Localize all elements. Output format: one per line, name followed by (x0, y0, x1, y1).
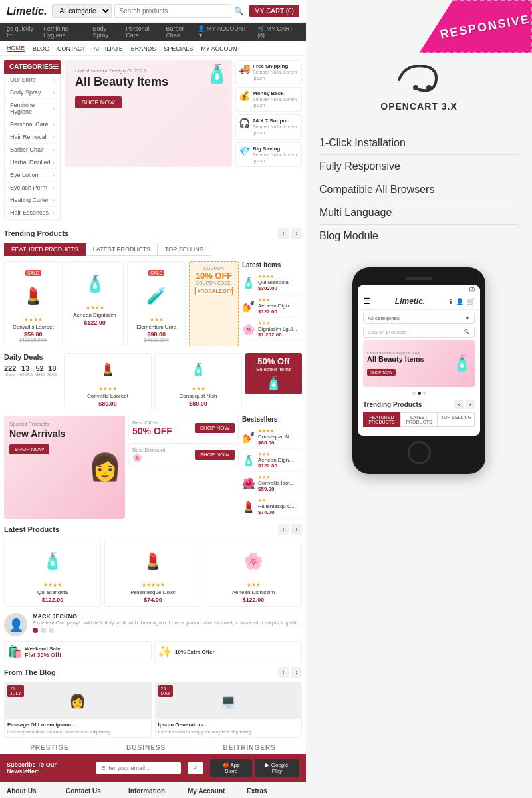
phone-info-icon[interactable]: ℹ (450, 298, 452, 305)
phone-tab-latest[interactable]: LATEST PRODUCTS (400, 412, 438, 427)
blog-post-img-2: 26MAY 💻 (156, 682, 302, 719)
new-arrivals-shop-button[interactable]: SHOP NOW (9, 444, 49, 454)
sidebar-item-bodyspray[interactable]: Body Spray› (5, 86, 60, 99)
trending-tabs: FEATURED PRODUCTS LATEST PRODUCTS TOP SE… (4, 243, 302, 256)
extra-offer-title: 10% Extra Offer (175, 649, 215, 655)
deal-price-1: $80.00 (67, 400, 148, 407)
nav-account[interactable]: MY ACCOUNT (201, 45, 241, 52)
trending-prev-button[interactable]: ‹ (278, 228, 289, 239)
footer-extras-title: Extras (247, 787, 299, 795)
sidebar-item-herbal[interactable]: Herbal Distilled› (5, 156, 60, 169)
latest-product-img-2: 💄 (108, 543, 198, 579)
googleplay-button[interactable]: ▶ Google Play (255, 759, 299, 777)
phone-hero-text: Latest Interior Design Of 2019 All Beaut… (367, 351, 424, 376)
latest-products-grid: 🧴 ★★★★ Qui Blanditta $122.00 💄 ★★★★★ Pel… (4, 539, 302, 607)
appstore-button[interactable]: 🍎 App Store (210, 759, 252, 777)
bestseller-info-1: ★★★★ Consequat N... $60.00 (258, 428, 293, 446)
promo-link-4[interactable]: Barber Chair (166, 25, 198, 39)
blog-next-button[interactable]: › (291, 667, 302, 678)
nav-affiliate[interactable]: AFFILIATE (94, 45, 123, 52)
promo-link-go: go quickly to: (7, 25, 39, 39)
phone-hero-button[interactable]: SHOP NOW (367, 369, 396, 376)
sidebar-item-hair[interactable]: Hair Removal› (5, 131, 60, 144)
phone-trend-next[interactable]: › (466, 400, 475, 409)
sidebar-item-ourstore[interactable]: Our Store› (5, 74, 60, 86)
newsletter-submit-button[interactable]: ✓ (188, 762, 203, 774)
footer-account-col: My Account Brands Gift Certificates Affi… (188, 787, 240, 798)
search-bar: All categories 🔍 (52, 4, 243, 18)
sidebar-item-eyelash[interactable]: Eyelash Perm› (5, 182, 60, 194)
best-discount-item: Best Discount 🌸 SHOP NOW (128, 443, 239, 466)
trending-next-button[interactable]: › (291, 228, 302, 239)
best-offers-discount: 50% OFF (132, 426, 172, 436)
sidebar-item-barber[interactable]: Barber Chair› (5, 144, 60, 156)
phone-dot-2[interactable] (418, 392, 421, 395)
countdown: 222 Days 13 HOURS 52 MINS 18 SECS (4, 364, 61, 376)
promo-link-3[interactable]: Personal Care (126, 25, 162, 39)
trending-nav: ‹ › (278, 228, 302, 239)
nav-brands[interactable]: BRANDS (131, 45, 156, 52)
sidebar-item-heating[interactable]: Heating Curler› (5, 194, 60, 207)
hamburger-icon[interactable]: ☰ (363, 297, 370, 306)
tab-latest[interactable]: LATEST PRODUCTS (86, 243, 158, 256)
latest-item-1: 🧴 ★★★★ Qui Blanditta $302.00 (242, 271, 302, 295)
phone-category-select[interactable]: All categories ▼ (363, 313, 475, 324)
account-link[interactable]: 👤 MY ACCOUNT ▼ (198, 25, 251, 39)
nav-blog[interactable]: BLOG (33, 45, 49, 52)
hero-shop-now-button[interactable]: SHOP NOW (75, 96, 122, 108)
phone-cart-icon[interactable]: 🛒 (467, 298, 475, 305)
latest-products-header: Latest Products ‹ › (4, 524, 302, 535)
sidebar-item-eye[interactable]: Eye Lotion› (5, 169, 60, 182)
promo-link-1[interactable]: Feminine Hygiene (43, 25, 88, 39)
phone-tab-featured[interactable]: FEATURED PRODUCTS (363, 412, 400, 427)
best-discount-shop-button[interactable]: SHOP NOW (195, 450, 235, 460)
cart-button[interactable]: MY CART (0) (249, 5, 299, 17)
phone-logo: Limetic. (395, 297, 425, 306)
phone-home-button[interactable] (408, 441, 431, 464)
search-input[interactable] (114, 4, 231, 18)
phone-dot-1[interactable] (412, 392, 416, 395)
nav-specials[interactable]: SPECIALS (164, 45, 193, 52)
blog-prev-button[interactable]: ‹ (278, 667, 289, 678)
feature-installation: 1-Click Installation (319, 132, 519, 155)
category-select[interactable]: All categories (52, 4, 112, 18)
feature-money-desc: Semper Nulla. Lorem ipsum (253, 96, 299, 108)
phone-tab-top[interactable]: TOP SELLING (438, 412, 475, 427)
nav-contact[interactable]: CONTACT (57, 45, 86, 52)
best-offers-shop-button[interactable]: SHOP NOW (195, 423, 235, 433)
footer-info-col: Information About Us Delivery Informatio… (128, 787, 181, 798)
sidebar-item-personal[interactable]: Personal Care› (5, 118, 60, 131)
feature-saving-title: Big Saving (253, 146, 299, 152)
latest-prev-button[interactable]: ‹ (278, 524, 289, 535)
bestseller-img-2: 🧴 (242, 454, 255, 467)
phone-trend-prev[interactable]: ‹ (454, 400, 464, 409)
phone-dot-3[interactable] (423, 392, 426, 395)
sidebar-item-hairess[interactable]: Hair Essences› (5, 207, 60, 219)
feature-support-title: 24 X 7 Support (253, 118, 299, 124)
feature-support-text: 24 X 7 Support Semper Nulla. Lorem ipsum (253, 118, 299, 136)
blog-post-excerpt-2: Lorem ipsum is simply dummy text of prin… (158, 729, 299, 735)
hero-title: All Beauty Items (75, 75, 221, 90)
extra-offer-icon: ✨ (158, 644, 172, 659)
tab-featured[interactable]: FEATURED PRODUCTS (4, 243, 86, 256)
latest-next-button[interactable]: › (291, 524, 302, 535)
latest-items-title: Latest Items (242, 261, 302, 269)
nav-home[interactable]: HOME (7, 45, 25, 52)
promo-link-2[interactable]: Body Spray (93, 25, 122, 39)
blog-post-content-1: Passage Of Lorem ipsum... Lorem ipsum do… (5, 719, 151, 737)
latest-product-img-1: 🧴 (8, 543, 97, 579)
sidebar-item-feminine[interactable]: Feminine Hygiene› (5, 99, 60, 118)
tab-topselling[interactable]: TOP SELLING (158, 243, 211, 256)
search-button[interactable]: 🔍 (234, 4, 244, 18)
latest-item-name-2: Aenean Dign... (258, 303, 293, 309)
phone-search-bar[interactable]: Search products 🔍 (363, 327, 475, 338)
best-discount-label: Best Discount (132, 447, 165, 453)
phone-user-icon[interactable]: 👤 (456, 298, 464, 305)
daily-deals-title: Daily Deals (4, 353, 61, 361)
cart-link[interactable]: 🛒 MY CART (0) (257, 25, 299, 39)
latest-item-name-3: Dignissim Lgul... (258, 326, 297, 332)
two-col-section: Special Products New Arrivals SHOP NOW 👩… (0, 413, 306, 521)
deal-stars-1: ★★★★ (67, 386, 148, 392)
latest-item-info-2: ★★★ Aenean Dign... $122.00 (258, 297, 293, 315)
newsletter-input[interactable] (96, 762, 181, 774)
